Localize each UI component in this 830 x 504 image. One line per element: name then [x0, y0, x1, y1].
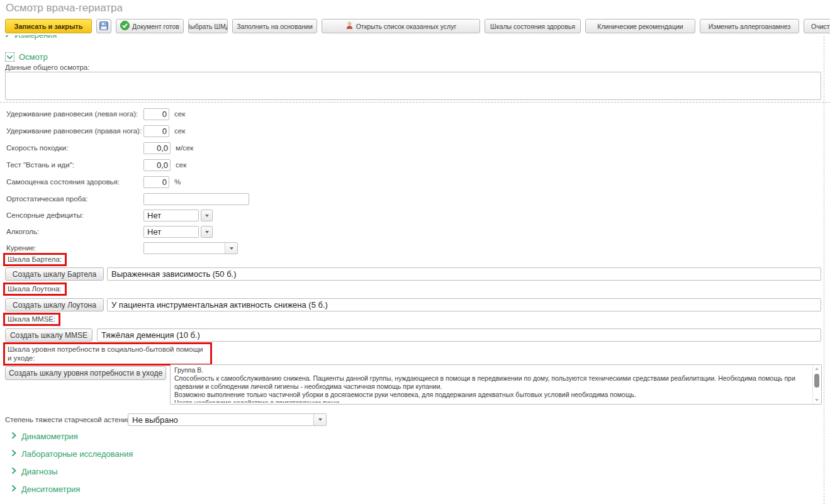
create-bartel-scale-button[interactable]: Создать шкалу Бартела: [5, 267, 104, 281]
save-close-button[interactable]: Записать и закрыть: [5, 19, 92, 33]
document-ready-button[interactable]: Документ готов: [116, 19, 184, 33]
sensory-deficits-combo[interactable]: Нет: [143, 210, 199, 221]
alcohol-combo[interactable]: Нет: [143, 226, 199, 238]
asthenia-combo-value: Не выбрано: [132, 415, 178, 425]
section-exam-label: Осмотр: [19, 52, 48, 62]
section-densitometry-label: Денситометрия: [21, 484, 80, 494]
balance-right-unit: сек: [174, 127, 185, 135]
smoking-label: Курение:: [6, 244, 36, 252]
mmse-scale-label: Шкала MMSE:: [8, 315, 55, 323]
create-lawton-scale-button[interactable]: Создать шкалу Лоутона: [5, 298, 104, 311]
chevron-right-icon: [11, 432, 16, 441]
self-assessment-unit: %: [174, 178, 181, 186]
asthenia-combo[interactable]: Не выбрано: [128, 413, 327, 426]
section-diagnoses[interactable]: Диагнозы: [11, 467, 58, 476]
clear-button[interactable]: Очист: [804, 19, 830, 33]
balance-right-label: Удерживание равновесия (правая нога):: [6, 127, 142, 135]
asthenia-dropdown-button[interactable]: [313, 414, 326, 425]
care-scale-text: Группа В. Способность к самообслуживанию…: [174, 366, 810, 403]
alcohol-dropdown-button[interactable]: [201, 226, 213, 238]
section-lab-label: Лабораторные исследования: [21, 449, 133, 459]
general-exam-label: Данные общего осмотра:: [5, 64, 89, 71]
section-dynamometry-label: Динамометрия: [21, 432, 78, 441]
alcohol-label: Алкоголь:: [6, 228, 39, 235]
general-exam-textarea[interactable]: [5, 72, 821, 100]
bartel-scale-value[interactable]: Выраженная зависимость (50 б.): [107, 267, 821, 281]
annotation-box-mmse: Шкала MMSE:: [3, 313, 60, 326]
health-scales-button[interactable]: Шкалы состояния здоровья: [485, 19, 581, 33]
chevron-right-icon: [11, 467, 16, 476]
orthostatic-label: Ортостатическая проба:: [6, 195, 88, 203]
section-measurements-label: Измерения: [14, 35, 57, 40]
balance-left-input[interactable]: [143, 108, 169, 120]
chevron-right-icon: [11, 484, 16, 494]
section-densitometry[interactable]: Денситометрия: [11, 484, 80, 494]
section-dynamometry[interactable]: Динамометрия: [11, 432, 78, 441]
floppy-icon: [99, 21, 108, 31]
gait-speed-unit: м/сек: [176, 144, 193, 152]
care-scale-label: Шкала уровня потребности в социально-быт…: [8, 345, 203, 362]
choose-shmd-button[interactable]: Выбрать ШМД: [188, 19, 228, 33]
section-exam-header[interactable]: Осмотр: [5, 52, 48, 62]
document-ready-label: Документ готов: [132, 23, 179, 30]
bartel-scale-label: Шкала Бартела:: [8, 255, 62, 263]
annotation-box-care-scale: Шкала уровня потребности в социально-быт…: [3, 342, 212, 366]
care-scrollbar[interactable]: [812, 366, 821, 403]
sensory-deficits-label: Сенсорные дефициты:: [6, 211, 84, 219]
scroll-down-icon[interactable]: [815, 399, 819, 401]
clinical-recommendations-button[interactable]: Клинические рекомендации: [585, 19, 695, 33]
self-assessment-input[interactable]: [143, 176, 169, 188]
chevron-right-icon: [5, 35, 10, 40]
save-button[interactable]: [96, 19, 111, 33]
triangle-down-icon: [230, 247, 233, 250]
up-and-go-unit: сек: [176, 161, 186, 169]
open-services-label: Открыть список оказанных услуг: [356, 23, 457, 30]
smoking-combo[interactable]: [143, 242, 238, 254]
orthostatic-input[interactable]: [143, 193, 249, 205]
gait-speed-label: Скорость походки:: [6, 144, 68, 152]
asthenia-label: Степень тяжести старческой астении:: [5, 416, 133, 423]
open-services-button[interactable]: Открыть список оказанных услуг: [322, 19, 480, 33]
toolbar: Записать и закрыть Документ готов Выбрат…: [5, 19, 830, 33]
triangle-down-icon: [205, 231, 209, 233]
create-care-scale-button[interactable]: Создать шкалу уровня потребности в уходе: [5, 366, 166, 380]
self-assessment-label: Самооценка состояния здоровья:: [6, 178, 120, 186]
balance-right-input[interactable]: [143, 125, 169, 137]
triangle-down-icon: [205, 215, 209, 217]
up-and-go-label: Тест "Встань и иди":: [6, 161, 74, 169]
section-diagnoses-label: Диагнозы: [21, 467, 58, 476]
scroll-up-icon[interactable]: [815, 367, 819, 370]
gait-speed-input[interactable]: [143, 142, 171, 154]
balance-left-label: Удерживание равновесия (левая нога):: [6, 110, 138, 118]
smoking-dropdown-button[interactable]: [225, 243, 237, 254]
green-check-circle-icon: [120, 21, 130, 31]
form-right-dashed-border: [824, 36, 824, 504]
create-mmse-scale-button[interactable]: Создать шкалу MMSE: [5, 328, 93, 342]
up-and-go-input[interactable]: [143, 159, 171, 171]
fill-from-base-button[interactable]: Заполнить на основании: [232, 19, 317, 33]
sensory-deficits-dropdown-button[interactable]: [201, 210, 213, 221]
section-lab[interactable]: Лабораторные исследования: [11, 449, 133, 459]
triangle-down-icon: [318, 418, 322, 421]
care-scale-textarea[interactable]: Группа В. Способность к самообслуживанию…: [170, 364, 822, 405]
mmse-scale-value[interactable]: Тяжёлая деменция (10 б.): [97, 328, 821, 342]
chevron-right-icon: [11, 449, 16, 459]
lawton-scale-label: Шкала Лоутона:: [8, 285, 62, 293]
scrollbar-thumb[interactable]: [814, 374, 819, 388]
section-measurements-clipped[interactable]: Измерения: [5, 35, 57, 42]
splitter-dashed-line[interactable]: [0, 102, 830, 103]
lawton-scale-value[interactable]: У пациента инструментальная активность с…: [107, 298, 821, 311]
balance-left-unit: сек: [174, 110, 185, 118]
change-allergy-button[interactable]: Изменить аллергоанамнез: [700, 19, 799, 33]
person-icon: [345, 21, 354, 31]
chevron-down-icon[interactable]: [5, 52, 14, 62]
annotation-box-bartel: Шкала Бартела:: [3, 253, 67, 266]
page-title: Осмотр врача-гериатра: [6, 2, 123, 14]
annotation-box-lawton: Шкала Лоутона:: [3, 283, 67, 296]
